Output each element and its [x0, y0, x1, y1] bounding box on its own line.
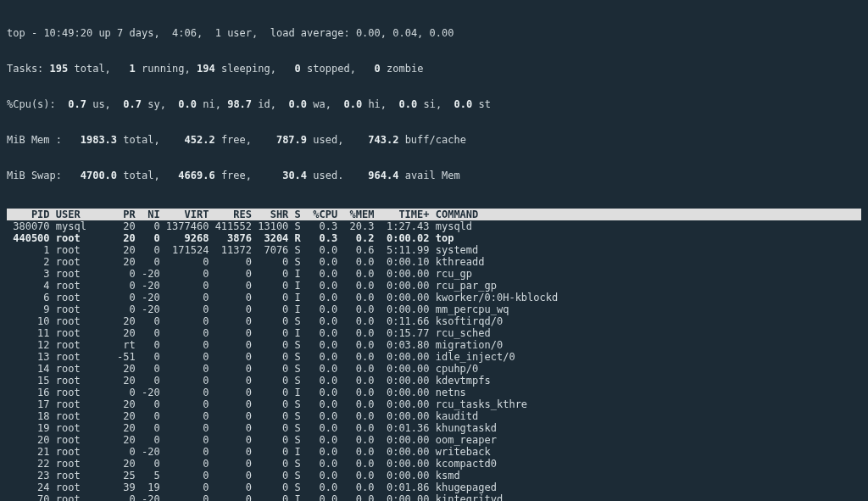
summary-swap: MiB Swap: 4700.0 total, 4669.6 free, 30.… — [7, 170, 861, 181]
process-row: 15 root 20 0 0 0 0 S 0.0 0.0 0:00.00 kde… — [7, 375, 861, 387]
process-row: 24 root 39 19 0 0 0 S 0.0 0.0 0:01.86 kh… — [7, 482, 861, 493]
process-row: 1 root 20 0 171524 11372 7076 S 0.0 0.6 … — [7, 244, 861, 256]
summary-cpu: %Cpu(s): 0.7 us, 0.7 sy, 0.0 ni, 98.7 id… — [7, 98, 861, 110]
top-summary: top - 10:49:20 up 7 days, 4:06, 1 user, … — [7, 3, 861, 193]
process-row: 70 root 0 -20 0 0 0 I 0.0 0.0 0:00.00 ki… — [7, 493, 861, 501]
process-row: 6 root 0 -20 0 0 0 I 0.0 0.0 0:00.00 kwo… — [7, 292, 861, 303]
process-row: 11 root 20 0 0 0 0 I 0.0 0.0 0:15.77 rcu… — [7, 327, 861, 339]
summary-mem: MiB Mem : 1983.3 total, 452.2 free, 787.… — [7, 134, 861, 146]
process-row: 380070 mysql 20 0 1377460 411552 13100 S… — [7, 220, 861, 232]
process-row: 4 root 0 -20 0 0 0 I 0.0 0.0 0:00.00 rcu… — [7, 280, 861, 292]
process-row: 13 root -51 0 0 0 0 S 0.0 0.0 0:00.00 id… — [7, 351, 861, 363]
process-row: 20 root 20 0 0 0 0 S 0.0 0.0 0:00.00 oom… — [7, 434, 861, 446]
process-row: 3 root 0 -20 0 0 0 I 0.0 0.0 0:00.00 rcu… — [7, 268, 861, 280]
process-table-body: 380070 mysql 20 0 1377460 411552 13100 S… — [7, 220, 861, 501]
process-row: 23 root 25 5 0 0 0 S 0.0 0.0 0:00.00 ksm… — [7, 470, 861, 482]
process-row: 440500 root 20 0 9268 3876 3204 R 0.3 0.… — [7, 232, 861, 244]
summary-tasks: Tasks: 195 total, 1 running, 194 sleepin… — [7, 63, 861, 75]
process-row: 17 root 20 0 0 0 0 S 0.0 0.0 0:00.00 rcu… — [7, 398, 861, 410]
process-row: 16 root 0 -20 0 0 0 I 0.0 0.0 0:00.00 ne… — [7, 387, 861, 398]
process-row: 2 root 20 0 0 0 0 S 0.0 0.0 0:00.10 kthr… — [7, 256, 861, 268]
process-table-header: PID USER PR NI VIRT RES SHR S %CPU %MEM … — [7, 209, 861, 220]
summary-uptime: top - 10:49:20 up 7 days, 4:06, 1 user, … — [7, 27, 861, 39]
process-row: 18 root 20 0 0 0 0 S 0.0 0.0 0:00.00 kau… — [7, 410, 861, 422]
process-row: 10 root 20 0 0 0 0 S 0.0 0.0 0:11.66 kso… — [7, 315, 861, 327]
process-row: 21 root 0 -20 0 0 0 I 0.0 0.0 0:00.00 wr… — [7, 446, 861, 458]
blank-line — [7, 197, 861, 209]
process-row: 9 root 0 -20 0 0 0 I 0.0 0.0 0:00.00 mm_… — [7, 303, 861, 315]
process-row: 14 root 20 0 0 0 0 S 0.0 0.0 0:00.00 cpu… — [7, 363, 861, 375]
process-row: 12 root rt 0 0 0 0 S 0.0 0.0 0:03.80 mig… — [7, 339, 861, 351]
process-row: 22 root 20 0 0 0 0 S 0.0 0.0 0:00.00 kco… — [7, 458, 861, 470]
process-row: 19 root 20 0 0 0 0 S 0.0 0.0 0:01.36 khu… — [7, 422, 861, 434]
